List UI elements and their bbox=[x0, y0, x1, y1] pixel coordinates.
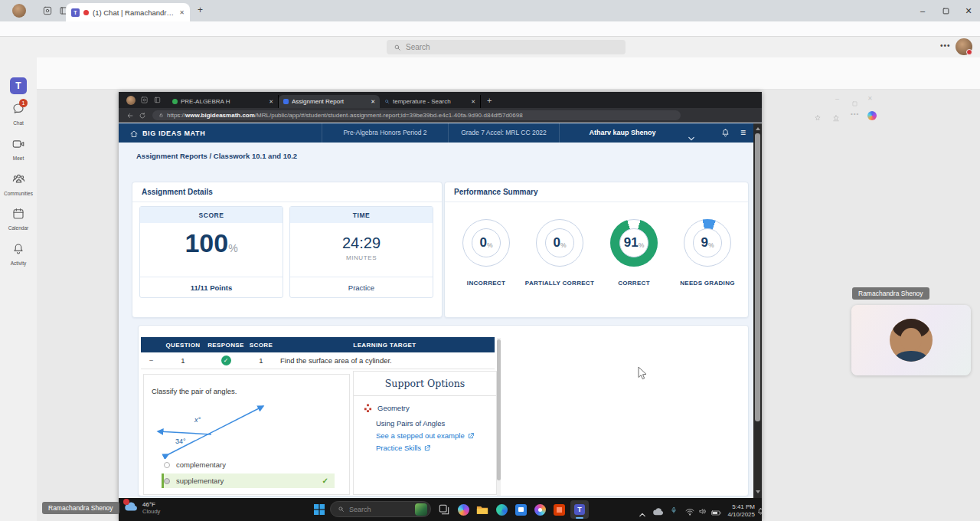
support-options-panel: Support Options Geometry Using Pairs of … bbox=[353, 371, 497, 495]
hamburger-menu-icon[interactable]: ≡ bbox=[740, 127, 746, 138]
weather-widget[interactable]: 46°F Cloudy bbox=[125, 501, 160, 515]
inner-back-icon[interactable] bbox=[126, 109, 134, 123]
task-view-icon[interactable] bbox=[436, 502, 452, 517]
results-table: QUESTION RESPONSE SCORE LEARNING TARGET … bbox=[141, 337, 495, 369]
nav-student-dropdown[interactable]: Atharv kaup Shenoy bbox=[559, 123, 685, 143]
inner-minimize-button[interactable]: – bbox=[835, 95, 839, 103]
teams-search-input[interactable] bbox=[406, 43, 605, 51]
card-scrollbar[interactable] bbox=[497, 338, 501, 496]
inner-workspaces-icon[interactable] bbox=[140, 96, 149, 104]
battery-icon[interactable] bbox=[711, 506, 721, 519]
inner-refresh-icon[interactable] bbox=[139, 109, 146, 123]
radio-icon bbox=[164, 462, 170, 468]
tab-close-icon[interactable]: ✕ bbox=[371, 99, 375, 105]
inner-new-tab-button[interactable]: + bbox=[487, 96, 492, 105]
stepped-example-link[interactable]: See a stepped out example bbox=[376, 431, 496, 440]
window-restore-button[interactable] bbox=[936, 2, 956, 20]
bell-icon bbox=[11, 242, 25, 259]
teams-logo-icon[interactable]: T bbox=[10, 77, 27, 94]
sidebar-item-chat[interactable]: 1 Chat bbox=[0, 102, 37, 126]
wifi-icon[interactable] bbox=[685, 505, 694, 519]
store-icon[interactable] bbox=[513, 502, 528, 517]
copilot-app-icon[interactable] bbox=[456, 502, 471, 517]
tab-close-icon[interactable]: ✕ bbox=[179, 9, 185, 16]
inner-menu-dots-icon[interactable]: ••• bbox=[851, 110, 859, 117]
collapse-row-button[interactable]: − bbox=[141, 352, 162, 369]
inner-collections-icon[interactable] bbox=[832, 111, 840, 125]
office-app-icon[interactable] bbox=[551, 502, 567, 517]
teams-profile-avatar[interactable] bbox=[956, 38, 972, 55]
search-icon bbox=[394, 44, 401, 51]
windows-taskbar: 46°F Cloudy T bbox=[119, 498, 762, 521]
inner-copilot-icon[interactable] bbox=[867, 111, 877, 120]
taskbar-search-box[interactable] bbox=[330, 501, 431, 517]
bim-page: BIG IDEAS MATH Pre-Algebra Honors Period… bbox=[119, 123, 762, 498]
performance-title: Performance Summary bbox=[445, 182, 748, 202]
nav-course[interactable]: Grade 7 Accel: MRL CC 2022 bbox=[448, 123, 559, 143]
response-cell: ✓ bbox=[204, 352, 247, 369]
notifications-tray-bell-icon[interactable] bbox=[756, 505, 765, 519]
home-icon[interactable] bbox=[129, 128, 139, 142]
student-chevron-icon[interactable] bbox=[688, 130, 694, 144]
scroll-down-arrow[interactable] bbox=[756, 490, 760, 493]
table-row: − 1 ✓ 1 Find the surface area of a cylin… bbox=[141, 352, 495, 369]
browser-tab-teams[interactable]: T (1) Chat | Ramachandra Shen ✕ bbox=[66, 3, 190, 21]
participant-name-tag: Ramachandra Shenoy bbox=[852, 287, 929, 300]
scroll-up-arrow[interactable] bbox=[756, 127, 760, 130]
tray-mic-icon[interactable] bbox=[670, 504, 678, 518]
taskbar-search-input[interactable] bbox=[349, 506, 410, 513]
tab-close-icon[interactable]: ✕ bbox=[471, 99, 475, 105]
photos-icon[interactable] bbox=[532, 502, 547, 517]
page-scrollbar-thumb[interactable] bbox=[755, 133, 760, 421]
start-button[interactable] bbox=[312, 502, 327, 517]
browser-address-bar: https://teams.live.com/v2 ••• bbox=[0, 21, 980, 37]
inner-tab-actions-icon[interactable] bbox=[153, 96, 162, 104]
sidebar-item-meet[interactable]: Meet bbox=[0, 137, 37, 161]
window-close-button[interactable]: ✕ bbox=[959, 2, 978, 20]
inner-close-button[interactable]: ✕ bbox=[867, 95, 873, 102]
page-scrollbar[interactable] bbox=[753, 123, 762, 498]
speaker-icon[interactable] bbox=[698, 505, 707, 519]
sidebar-item-calendar[interactable]: Calendar bbox=[0, 207, 37, 231]
option-supplementary[interactable]: supplementary ✓ bbox=[162, 473, 335, 488]
notifications-bell-icon[interactable] bbox=[720, 127, 730, 141]
chat-icon: 1 bbox=[11, 102, 25, 119]
edge-icon[interactable] bbox=[494, 502, 509, 517]
inner-tab-prealgebra[interactable]: PRE-ALGEBRA H ✕ bbox=[168, 95, 279, 108]
teams-search-box[interactable] bbox=[387, 40, 626, 54]
clock-time: 5:41 PM bbox=[723, 503, 755, 511]
assignment-details-card: Assignment Details SCORE 100 % 11/11 Poi… bbox=[132, 182, 443, 318]
new-tab-button[interactable]: + bbox=[198, 5, 203, 15]
practice-skills-link[interactable]: Practice Skills bbox=[376, 444, 496, 452]
option-vertical[interactable]: vertical bbox=[164, 490, 332, 495]
workspaces-icon[interactable] bbox=[42, 5, 53, 19]
browser-profile-avatar[interactable] bbox=[12, 4, 26, 18]
taskbar-clock[interactable]: 5:41 PM 4/10/2025 bbox=[723, 503, 755, 519]
sidebar-item-activity[interactable]: Activity bbox=[0, 242, 37, 266]
teams-left-rail: T 1 Chat Meet Communities Calendar Activ… bbox=[0, 37, 37, 521]
tray-chevron-icon[interactable] bbox=[639, 506, 645, 520]
bim-brand[interactable]: BIG IDEAS MATH bbox=[142, 129, 205, 137]
inner-restore-button[interactable] bbox=[852, 96, 858, 110]
onedrive-icon[interactable] bbox=[653, 505, 664, 519]
tab-close-icon[interactable]: ✕ bbox=[269, 99, 273, 105]
nav-class[interactable]: Pre-Algebra Honors Period 2 bbox=[322, 123, 448, 143]
breadcrumb[interactable]: Assignment Reports / Classwork 10.1 and … bbox=[136, 152, 297, 160]
inner-favorites-star-icon[interactable] bbox=[814, 111, 822, 125]
tab-title: (1) Chat | Ramachandra Shen bbox=[93, 8, 175, 17]
donut-partially-correct: 0% bbox=[536, 219, 583, 267]
sidebar-item-communities[interactable]: Communities bbox=[0, 172, 37, 196]
external-link-icon bbox=[424, 445, 430, 451]
inner-tab-search[interactable]: temperature - Search ✕ bbox=[380, 95, 481, 108]
window-minimize-button[interactable]: – bbox=[913, 2, 933, 20]
file-explorer-icon[interactable] bbox=[475, 502, 490, 517]
calendar-icon bbox=[11, 207, 25, 224]
inner-tab-assignment-report[interactable]: Assignment Report ✕ bbox=[279, 95, 380, 108]
teams-more-dots-icon[interactable]: ••• bbox=[940, 41, 951, 50]
inner-url-bar[interactable]: https://www.bigideasmath.com/MRL/public/… bbox=[152, 110, 681, 120]
participant-video-tile[interactable] bbox=[851, 305, 971, 375]
card-scrollbar-thumb[interactable] bbox=[497, 339, 501, 480]
option-complementary[interactable]: complementary bbox=[164, 457, 332, 472]
teams-taskbar-icon[interactable]: T bbox=[570, 500, 589, 519]
inner-profile-avatar[interactable] bbox=[126, 96, 136, 105]
